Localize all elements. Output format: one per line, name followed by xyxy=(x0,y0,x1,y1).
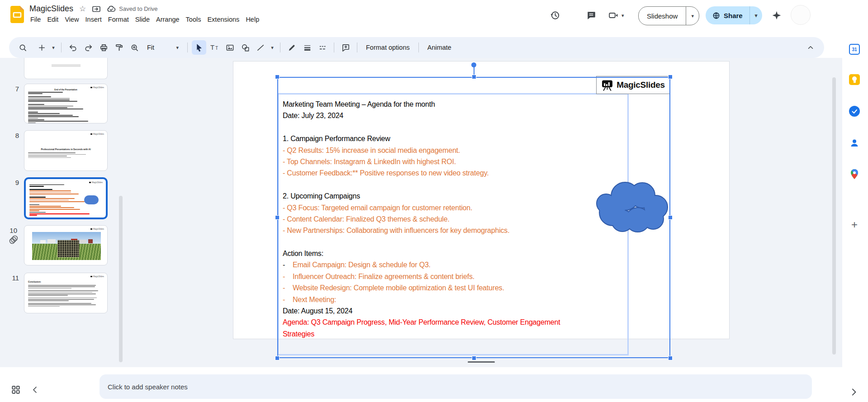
select-tool-button[interactable] xyxy=(192,40,206,55)
menu-view[interactable]: View xyxy=(62,15,82,24)
menu-file[interactable]: File xyxy=(27,15,44,24)
document-title[interactable]: MagicSlides xyxy=(29,4,73,14)
cloud-saved-icon xyxy=(107,5,116,14)
version-history-button[interactable] xyxy=(547,7,563,24)
side-panel-toggle-chevron[interactable] xyxy=(849,387,859,397)
thumbnail-number-9: 9 xyxy=(4,179,19,186)
menu-help[interactable]: Help xyxy=(242,15,262,24)
search-tools-button[interactable] xyxy=(15,40,30,55)
format-options-button[interactable]: Format options xyxy=(361,44,414,51)
animate-button[interactable]: Animate xyxy=(423,44,456,51)
notes-resize-handle[interactable] xyxy=(468,361,495,363)
selection-handle-bottom-middle[interactable] xyxy=(472,356,476,360)
thumbnail-slide-8[interactable]: MagicSlidesProfessional Presentations in… xyxy=(24,130,108,171)
zoom-in-button[interactable] xyxy=(127,40,142,55)
selection-handle-bottom-left[interactable] xyxy=(275,356,280,360)
share-label: Share xyxy=(724,12,743,19)
insert-line-button[interactable] xyxy=(253,40,268,55)
calendar-icon[interactable]: 31 xyxy=(849,43,860,55)
gemini-sparkle-icon[interactable] xyxy=(768,7,785,24)
share-caret-icon[interactable]: ▾ xyxy=(750,13,763,18)
save-status[interactable]: Saved to Drive xyxy=(107,5,157,14)
new-slide-button[interactable] xyxy=(34,40,49,55)
border-dash-button[interactable] xyxy=(315,40,330,55)
rotation-handle[interactable] xyxy=(471,62,476,67)
svg-text:T: T xyxy=(210,43,214,51)
thumb-brand-logo: MagicSlides xyxy=(90,275,104,278)
move-folder-icon[interactable] xyxy=(92,5,101,14)
toolbar: ▾ Fit ▾ T T xyxy=(9,37,824,58)
star-icon[interactable]: ☆ xyxy=(79,4,86,14)
insert-image-button[interactable] xyxy=(223,40,237,55)
user-avatar[interactable] xyxy=(791,5,811,25)
filmstrip-collapse-chevron[interactable] xyxy=(31,385,40,394)
zoom-select[interactable]: Fit ▾ xyxy=(142,44,183,51)
calendar-day-label: 31 xyxy=(852,47,857,52)
slides-app-icon[interactable] xyxy=(10,6,24,25)
menu-format[interactable]: Format xyxy=(105,15,132,24)
thumbnail-slide-6-partial[interactable] xyxy=(24,58,108,79)
toolbar-collapse-chevron[interactable] xyxy=(803,40,818,55)
saved-status-text: Saved to Drive xyxy=(119,5,157,12)
print-button[interactable] xyxy=(96,40,111,55)
maps-icon[interactable] xyxy=(849,168,860,180)
menu-bar: FileEditViewInsertFormatSlideArrangeTool… xyxy=(27,15,262,24)
grid-view-button[interactable] xyxy=(11,385,21,395)
selection-handle-top-left[interactable] xyxy=(275,75,280,79)
thumbnail-number-8: 8 xyxy=(4,132,19,139)
google-slides-app: MagicSlides ☆ Saved to Drive FileEditVie… xyxy=(0,0,868,402)
lock-globe-icon xyxy=(712,12,720,19)
thumbnail-slide-9-selected[interactable]: MagicSlides xyxy=(24,177,108,219)
paint-format-button[interactable] xyxy=(112,40,126,55)
menu-insert[interactable]: Insert xyxy=(82,15,105,24)
comments-button[interactable] xyxy=(583,7,599,24)
slideshow-split-button: Slideshow ▾ xyxy=(638,6,699,25)
selection-handle-top-right[interactable] xyxy=(668,75,673,79)
meet-caret-icon[interactable]: ▾ xyxy=(621,13,624,18)
slideshow-caret-icon[interactable]: ▾ xyxy=(686,14,699,19)
addons-plus-icon[interactable]: + xyxy=(849,219,860,231)
selection-handle-top-middle[interactable] xyxy=(472,75,476,79)
meet-presentation-button[interactable]: ▾ xyxy=(605,7,624,24)
redo-button[interactable] xyxy=(81,40,95,55)
menu-arrange[interactable]: Arrange xyxy=(153,15,183,24)
thumbnail-number-7: 7 xyxy=(4,85,19,93)
selection-border[interactable] xyxy=(277,77,670,358)
share-button[interactable]: Share xyxy=(706,12,749,19)
keep-icon[interactable] xyxy=(849,74,860,85)
slide-transition-badge-icon[interactable] xyxy=(8,234,19,245)
thumb7-title: End of the Presentation xyxy=(28,89,104,91)
selection-handle-middle-right[interactable] xyxy=(668,215,673,220)
new-slide-caret-icon[interactable]: ▾ xyxy=(50,40,57,55)
thumb9-cloud xyxy=(84,195,99,204)
contacts-icon[interactable] xyxy=(849,137,860,149)
thumbnail-slide-10[interactable]: MagicSlides xyxy=(24,225,108,265)
menu-tools[interactable]: Tools xyxy=(183,15,204,24)
speaker-notes-input[interactable]: Click to add speaker notes xyxy=(100,374,812,399)
speaker-notes-placeholder: Click to add speaker notes xyxy=(108,383,188,391)
thumbnail-panel-scrollbar[interactable] xyxy=(119,196,123,362)
thumb8-title: Professional Presentations in Seconds wi… xyxy=(28,148,104,151)
menu-extensions[interactable]: Extensions xyxy=(204,15,242,24)
border-weight-button[interactable] xyxy=(300,40,314,55)
thumbnail-number-10: 10 xyxy=(2,227,17,234)
text-box-button[interactable]: T T xyxy=(207,40,222,55)
menu-slide[interactable]: Slide xyxy=(132,15,153,24)
thumbnail-slide-7[interactable]: MagicSlidesEnd of the Presentation xyxy=(24,84,108,123)
selection-handle-middle-left[interactable] xyxy=(275,215,280,220)
canvas-scrollbar[interactable] xyxy=(832,77,836,355)
border-color-button[interactable] xyxy=(285,40,299,55)
selection-handle-bottom-right[interactable] xyxy=(668,356,673,360)
slideshow-button[interactable]: Slideshow xyxy=(639,12,686,20)
share-split-button: Share ▾ xyxy=(706,6,762,24)
thumb-brand-logo: MagicSlides xyxy=(90,228,104,230)
tasks-icon[interactable] xyxy=(849,105,860,117)
thumb-brand-logo: MagicSlides xyxy=(89,181,103,184)
thumbnail-slide-11[interactable]: MagicSlidesConclusion: xyxy=(24,273,108,313)
video-camera-icon xyxy=(605,7,621,24)
undo-button[interactable] xyxy=(66,40,80,55)
insert-line-caret-icon[interactable]: ▾ xyxy=(269,40,276,55)
add-comment-button[interactable] xyxy=(338,40,353,55)
insert-shape-button[interactable] xyxy=(238,40,252,55)
menu-edit[interactable]: Edit xyxy=(44,15,62,24)
